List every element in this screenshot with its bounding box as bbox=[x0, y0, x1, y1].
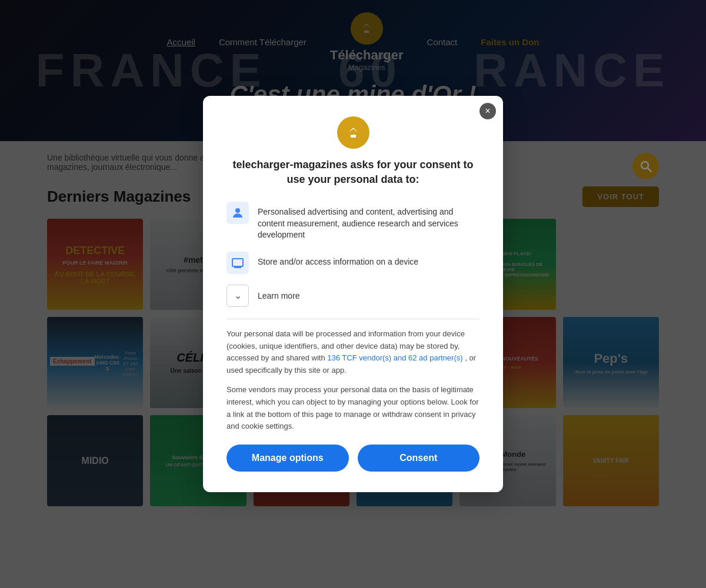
modal-action-buttons: Manage options Consent bbox=[227, 445, 479, 472]
learn-more-toggle[interactable]: ⌄ bbox=[227, 285, 249, 307]
modal-divider bbox=[227, 319, 479, 319]
modal-close-button[interactable]: × bbox=[479, 103, 496, 119]
modal-logo-circle bbox=[337, 116, 369, 149]
chevron-down-icon: ⌄ bbox=[234, 290, 242, 301]
close-icon: × bbox=[485, 106, 490, 116]
feature-personalised: Personalised advertising and content, ad… bbox=[227, 202, 479, 241]
svg-point-5 bbox=[235, 208, 240, 213]
modal-overlay: × telecharger-magazines asks for your co… bbox=[0, 0, 706, 588]
learn-more-row: ⌄ Learn more bbox=[227, 285, 479, 307]
modal-body-text-1: Your personal data will be processed and… bbox=[227, 328, 479, 377]
manage-options-button[interactable]: Manage options bbox=[227, 445, 349, 472]
consent-button[interactable]: Consent bbox=[358, 445, 480, 472]
device-icon bbox=[227, 252, 249, 274]
modal-title: telecharger-magazines asks for your cons… bbox=[227, 158, 479, 187]
modal-body-text-2: Some vendors may process your personal d… bbox=[227, 384, 479, 433]
feature-store: Store and/or access information on a dev… bbox=[227, 252, 479, 274]
consent-modal: × telecharger-magazines asks for your co… bbox=[203, 96, 503, 493]
svg-rect-4 bbox=[351, 135, 356, 138]
svg-rect-6 bbox=[232, 259, 243, 266]
vendor-link[interactable]: 136 TCF vendor(s) and 62 ad partner(s) bbox=[327, 353, 462, 362]
feature-store-text: Store and/or access information on a dev… bbox=[258, 252, 418, 268]
learn-more-text: Learn more bbox=[258, 291, 300, 300]
svg-point-3 bbox=[344, 123, 362, 142]
person-icon bbox=[227, 202, 249, 224]
feature-personalised-text: Personalised advertising and content, ad… bbox=[258, 202, 479, 241]
modal-logo bbox=[227, 116, 479, 149]
